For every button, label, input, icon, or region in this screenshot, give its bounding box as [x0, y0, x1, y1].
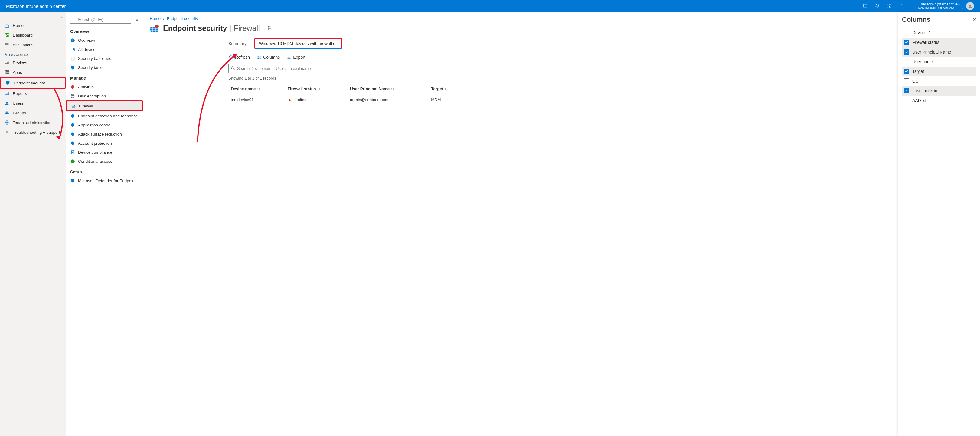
- wrench-icon: [4, 129, 10, 135]
- column-option[interactable]: OS: [902, 76, 976, 86]
- checkbox[interactable]: [904, 98, 909, 103]
- svg-point-15: [7, 111, 8, 113]
- sec-app-control[interactable]: Application control: [66, 121, 143, 129]
- nav-tenant-admin[interactable]: Tenant administration: [0, 118, 66, 127]
- topbar-actions: secadmin@farhanqfirew... TENANTMONKEY (F…: [863, 2, 974, 10]
- column-option-label: Target: [912, 69, 924, 74]
- column-option[interactable]: User name: [902, 57, 976, 67]
- feedback-icon[interactable]: [863, 3, 868, 9]
- sec-overview[interactable]: iOverview: [66, 36, 143, 45]
- page-title-text: Endpoint security: [163, 24, 227, 33]
- groups-icon: [4, 110, 10, 116]
- nav-users[interactable]: Users: [0, 98, 66, 108]
- sec-defender-endpoint[interactable]: Microsoft Defender for Endpoint: [66, 176, 143, 185]
- sec-tasks[interactable]: Security tasks: [66, 63, 143, 72]
- nav-troubleshoot[interactable]: Troubleshooting + support: [0, 127, 66, 137]
- sec-firewall[interactable]: Firewall: [66, 100, 143, 111]
- nav-groups-label: Groups: [13, 111, 26, 115]
- column-option-label: OS: [912, 79, 918, 83]
- notifications-icon[interactable]: [875, 3, 880, 9]
- sec-antivirus[interactable]: Antivirus: [66, 82, 143, 91]
- tabs: Summary Windows 10 MDM devices with fire…: [228, 38, 974, 49]
- sec-all-devices-label: All devices: [78, 47, 98, 52]
- col-target[interactable]: Target↑↓: [429, 83, 464, 94]
- export-button[interactable]: Export: [286, 55, 305, 60]
- column-option[interactable]: Device ID: [902, 28, 976, 38]
- cell-upn: admin@contoso.com: [348, 94, 429, 105]
- close-icon[interactable]: ✕: [972, 17, 976, 23]
- info-icon: i: [70, 38, 75, 43]
- avatar[interactable]: [966, 2, 974, 10]
- nav-reports[interactable]: Reports: [0, 89, 66, 98]
- column-option[interactable]: Last check-in: [902, 86, 976, 95]
- sec-baselines-label: Security baselines: [78, 56, 111, 61]
- nav-dashboard-label: Dashboard: [13, 33, 33, 38]
- col-device-name[interactable]: Device name↑↓: [228, 83, 285, 94]
- warning-icon: ▲: [288, 97, 291, 102]
- secondary-search-input[interactable]: [70, 15, 131, 24]
- refresh-button[interactable]: Refresh: [228, 55, 250, 60]
- svg-point-17: [6, 121, 8, 121]
- sec-device-compliance[interactable]: Device compliance: [66, 148, 143, 157]
- checkbox[interactable]: [904, 49, 909, 55]
- column-option-label: AAD Id: [912, 98, 926, 103]
- svg-rect-8: [5, 71, 6, 72]
- sec-device-compliance-label: Device compliance: [78, 150, 112, 154]
- collapse-secondary-icon[interactable]: «: [135, 17, 139, 22]
- home-icon: [4, 23, 10, 28]
- sec-all-devices[interactable]: All devices: [66, 45, 143, 54]
- nav-home[interactable]: Home: [0, 21, 66, 30]
- nav-devices-label: Devices: [13, 60, 27, 65]
- pin-icon[interactable]: [266, 25, 272, 31]
- svg-point-20: [6, 124, 8, 125]
- column-option[interactable]: Target: [902, 67, 976, 76]
- settings-icon[interactable]: [887, 3, 892, 9]
- page-title: Endpoint security | Firewall: [150, 23, 974, 33]
- columns-button[interactable]: Columns: [256, 55, 280, 60]
- table-header-row: Device name↑↓ Firewall status↑↓ User Pri…: [228, 83, 464, 94]
- breadcrumb-home[interactable]: Home: [150, 16, 161, 21]
- nav-all-services[interactable]: All services: [0, 40, 66, 49]
- help-icon[interactable]: [899, 3, 904, 9]
- checkbox[interactable]: [904, 69, 909, 74]
- sec-baselines[interactable]: Security baselines: [66, 54, 143, 63]
- svg-point-0: [889, 5, 890, 6]
- refresh-icon: [228, 55, 233, 60]
- nav-apps[interactable]: Apps: [0, 67, 66, 77]
- user-menu[interactable]: secadmin@farhanqfirew... TENANTMONKEY (F…: [914, 2, 974, 10]
- svg-point-27: [71, 94, 74, 95]
- users-icon: [4, 100, 10, 106]
- checkbox[interactable]: [904, 59, 909, 64]
- nav-groups[interactable]: Groups: [0, 108, 66, 118]
- device-search-input[interactable]: [228, 64, 464, 73]
- sec-account-protection[interactable]: Account protection: [66, 138, 143, 148]
- star-icon: ★: [4, 53, 7, 57]
- sec-disk-encryption-label: Disk encryption: [78, 94, 106, 98]
- column-option[interactable]: Firewall status: [902, 38, 976, 47]
- checkbox[interactable]: [904, 88, 909, 94]
- column-option[interactable]: AAD Id: [902, 95, 976, 105]
- sec-edr[interactable]: Endpoint detection and response: [66, 111, 143, 121]
- col-firewall-status[interactable]: Firewall status↑↓: [285, 83, 348, 94]
- sec-defender-endpoint-label: Microsoft Defender for Endpoint: [78, 178, 136, 183]
- svg-point-29: [74, 105, 75, 106]
- breadcrumb-endpoint-security[interactable]: Endpoint security: [167, 16, 199, 21]
- tab-summary[interactable]: Summary: [228, 39, 247, 48]
- collapse-nav-icon[interactable]: «: [60, 14, 63, 19]
- col-upn[interactable]: User Principal Name↑↓: [348, 83, 429, 94]
- devices-icon: [70, 47, 75, 52]
- tab-mdm-firewall-off[interactable]: Windows 10 MDM devices with firewall off: [255, 38, 342, 49]
- checkbox[interactable]: [904, 40, 909, 45]
- nav-dashboard[interactable]: Dashboard: [0, 30, 66, 40]
- nav-users-label: Users: [13, 101, 23, 106]
- dashboard-icon: [4, 32, 10, 38]
- sec-asr[interactable]: Attack surface reduction: [66, 129, 143, 138]
- nav-devices[interactable]: Devices: [0, 58, 66, 67]
- table-row[interactable]: testdevice01 ▲Limited admin@contoso.com …: [228, 94, 464, 105]
- nav-endpoint-security[interactable]: Endpoint security: [0, 77, 66, 89]
- checkbox[interactable]: [904, 30, 909, 35]
- sec-disk-encryption[interactable]: Disk encryption: [66, 91, 143, 100]
- sec-conditional-access[interactable]: Conditional access: [66, 157, 143, 166]
- checkbox[interactable]: [904, 78, 909, 84]
- column-option[interactable]: User Principal Name: [902, 47, 976, 57]
